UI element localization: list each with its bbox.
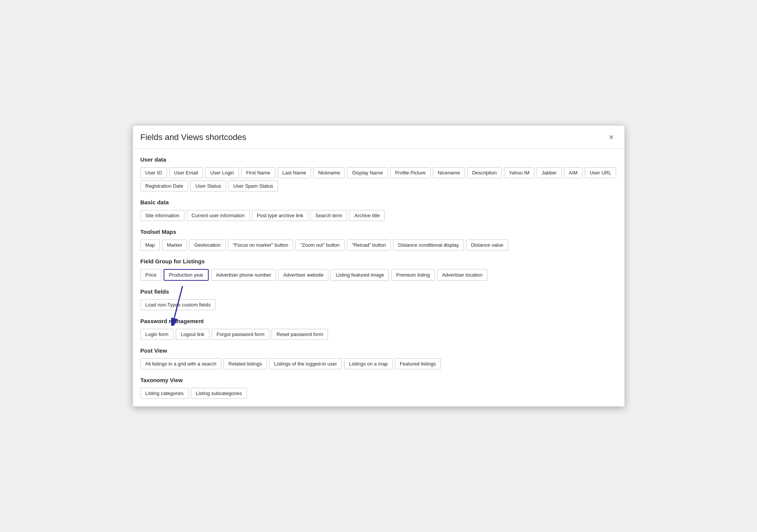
modal-title: Fields and Views shortcodes	[140, 132, 247, 142]
tags-container-post-view: All listings in a grid with a searchRela…	[140, 358, 617, 369]
section-toolset-maps: Toolset MapsMapMarkerGeolocation"Focus o…	[140, 229, 617, 250]
section-field-group-listings: Field Group for ListingsPriceProduction …	[140, 258, 617, 281]
section-title-post-view: Post View	[140, 347, 617, 354]
close-button[interactable]: ×	[606, 132, 617, 143]
tag-last-name[interactable]: Last Name	[278, 167, 311, 178]
section-taxonomy-view: Taxonomy ViewListing categoriesListing s…	[140, 377, 617, 399]
tag-user-status[interactable]: User Status	[190, 180, 226, 191]
section-post-view: Post ViewAll listings in a grid with a s…	[140, 347, 617, 369]
tag-forgot-password-form[interactable]: Forgot password form	[212, 329, 269, 340]
tag-listings-of-the-logged-in-user[interactable]: Listings of the logged-in user	[269, 358, 342, 369]
tag-archive-title[interactable]: Archive title	[350, 210, 385, 221]
section-title-field-group-listings: Field Group for Listings	[140, 258, 617, 264]
tag-logout-link[interactable]: Logout link	[176, 329, 209, 340]
tags-container-toolset-maps: MapMarkerGeolocation"Focus on marker" bu…	[140, 240, 617, 250]
tag-advertiser-location[interactable]: Advertiser location	[437, 269, 487, 281]
tag-listing-categories[interactable]: Listing categories	[140, 388, 189, 399]
tag-geolocation[interactable]: Geolocation	[189, 240, 225, 250]
tags-container-post-fields: Load non-Types custom fields	[140, 299, 617, 310]
tag-listings-on-a-map[interactable]: Listings on a map	[344, 358, 393, 369]
tag-"reload"-button[interactable]: "Reload" button	[347, 240, 391, 250]
tag-all-listings-in-a-grid-with-a-search[interactable]: All listings in a grid with a search	[140, 358, 222, 369]
tag-profile-picture[interactable]: Profile Picture	[390, 167, 431, 178]
section-basic-data: Basic dataSite informationCurrent user i…	[140, 199, 617, 221]
tag-jabber[interactable]: Jabber	[537, 167, 562, 178]
tag-user-url[interactable]: User URL	[585, 167, 616, 178]
tag-current-user-information[interactable]: Current user information	[187, 210, 250, 221]
tag-price[interactable]: Price	[140, 269, 162, 281]
tag-listing-featured-image[interactable]: Listing featured image	[331, 269, 389, 281]
tags-container-user-data: User IDUser EmailUser LoginFirst NameLas…	[140, 167, 617, 191]
modal-container: Fields and Views shortcodes × User dataU…	[133, 125, 625, 407]
section-title-password-management: Password management	[140, 318, 617, 324]
tag-map[interactable]: Map	[140, 240, 160, 250]
section-title-post-fields: Post fields	[140, 288, 617, 295]
tag-featured-listings[interactable]: Featured listings	[395, 358, 441, 369]
tag-user-email[interactable]: User Email	[169, 167, 203, 178]
tags-container-field-group-listings: PriceProduction yearAdvertiser phone num…	[140, 269, 617, 281]
highlighted-tag-wrapper: Production year	[164, 269, 209, 281]
tag-load-non-types-custom-fields[interactable]: Load non-Types custom fields	[140, 299, 216, 310]
tag-listing-subcategories[interactable]: Listing subcategories	[191, 388, 247, 399]
modal-header: Fields and Views shortcodes ×	[133, 126, 624, 149]
tag-site-information[interactable]: Site information	[140, 210, 184, 221]
tag-display-name[interactable]: Display Name	[347, 167, 388, 178]
tag-production-year[interactable]: Production year	[164, 269, 209, 281]
tag-user-id[interactable]: User ID	[140, 167, 167, 178]
section-password-management: Password managementLogin formLogout link…	[140, 318, 617, 340]
tag-distance-value[interactable]: Distance value	[466, 240, 508, 250]
tags-container-password-management: Login formLogout linkForgot password for…	[140, 329, 617, 340]
tag-advertiser-website[interactable]: Advertiser website	[278, 269, 328, 281]
tag-advertiser-phone-number[interactable]: Advertiser phone number	[211, 269, 276, 281]
tag-marker[interactable]: Marker	[162, 240, 187, 250]
section-post-fields: Post fieldsLoad non-Types custom fields	[140, 288, 617, 310]
tag-premium-listing[interactable]: Premium listing	[391, 269, 435, 281]
tag-description[interactable]: Description	[467, 167, 502, 178]
tag-nickname[interactable]: Nickname	[313, 167, 345, 178]
section-title-toolset-maps: Toolset Maps	[140, 229, 617, 235]
section-user-data: User dataUser IDUser EmailUser LoginFirs…	[140, 156, 617, 191]
tag-registration-date[interactable]: Registration Date	[140, 180, 188, 191]
section-title-basic-data: Basic data	[140, 199, 617, 205]
modal-body: User dataUser IDUser EmailUser LoginFirs…	[133, 149, 624, 406]
tag-user-spam-status[interactable]: User Spam Status	[228, 180, 278, 191]
tag-search-term[interactable]: Search term	[311, 210, 347, 221]
tag-yahoo-im[interactable]: Yahoo IM	[504, 167, 535, 178]
tag-distance-conditional-display[interactable]: Distance conditional display	[393, 240, 464, 250]
section-title-user-data: User data	[140, 156, 617, 163]
tag-first-name[interactable]: First Name	[241, 167, 275, 178]
tag-"focus-on-marker"-button[interactable]: "Focus on marker" button	[228, 240, 293, 250]
tag-post-type-archive-link[interactable]: Post type archive link	[252, 210, 308, 221]
tags-container-basic-data: Site informationCurrent user information…	[140, 210, 617, 221]
tag-"zoom-out"-button[interactable]: "Zoom out" button	[295, 240, 345, 250]
tag-reset-password-form[interactable]: Reset password form	[272, 329, 328, 340]
tag-user-login[interactable]: User Login	[205, 167, 239, 178]
tag-nicename[interactable]: Nicename	[433, 167, 465, 178]
tag-login-form[interactable]: Login form	[140, 329, 173, 340]
tag-aim[interactable]: AIM	[564, 167, 582, 178]
section-title-taxonomy-view: Taxonomy View	[140, 377, 617, 383]
tag-related-listings[interactable]: Related listings	[223, 358, 267, 369]
tags-container-taxonomy-view: Listing categoriesListing subcategories	[140, 388, 617, 399]
